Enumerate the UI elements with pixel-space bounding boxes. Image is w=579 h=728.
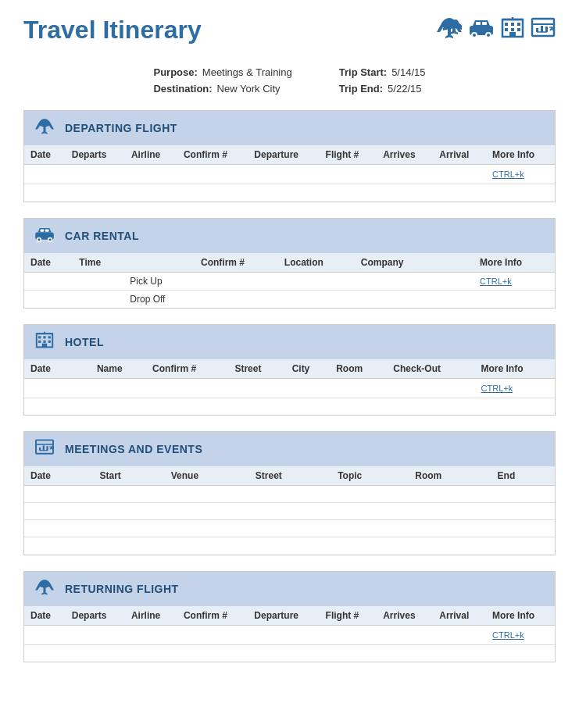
meetings-row-3 bbox=[24, 520, 555, 537]
col-arrival: Arrival bbox=[433, 145, 486, 165]
svg-rect-34 bbox=[48, 336, 51, 338]
purpose-label: Purpose: bbox=[153, 66, 197, 78]
meetings-row-1 bbox=[24, 486, 555, 503]
returning-flight-ctrl-link[interactable]: CTRL+k bbox=[492, 630, 524, 640]
col-departure: Departure bbox=[248, 606, 319, 626]
car-rental-header: CAR RENTAL bbox=[24, 219, 555, 253]
departing-flight-ctrl-link[interactable]: CTRL+k bbox=[492, 170, 524, 179]
col-confirm: Confirm # bbox=[146, 359, 228, 379]
col-arrival: Arrival bbox=[433, 606, 486, 626]
car-rental-ctrl-link[interactable]: CTRL+k bbox=[480, 277, 512, 286]
svg-rect-8 bbox=[505, 23, 508, 26]
svg-point-4 bbox=[487, 34, 490, 37]
svg-rect-35 bbox=[38, 340, 41, 342]
dropoff-label: Drop Off bbox=[123, 290, 195, 308]
svg-point-2 bbox=[473, 34, 476, 37]
svg-rect-45 bbox=[46, 446, 48, 451]
returning-flight-columns: Date Departs Airline Confirm # Departure… bbox=[24, 606, 555, 626]
destination-value: New York City bbox=[217, 83, 281, 95]
hotel-icon bbox=[501, 16, 524, 44]
col-empty3 bbox=[455, 253, 474, 273]
meetings-title: MEETINGS AND EVENTS bbox=[65, 443, 202, 455]
col-room: Room bbox=[330, 359, 387, 379]
car-rental-icon bbox=[34, 225, 55, 247]
col-arrives: Arrives bbox=[377, 606, 433, 626]
col-street: Street bbox=[228, 359, 285, 379]
hotel-columns: Date Name Confirm # Street City Room Che… bbox=[24, 359, 555, 379]
car-rental-pickup-row: Pick Up CTRL+k bbox=[24, 272, 555, 290]
hotel-row-1: CTRL+k bbox=[24, 378, 555, 398]
car-rental-title: CAR RENTAL bbox=[65, 230, 139, 242]
purpose-row: Purpose: Meetings & Training bbox=[153, 66, 291, 78]
returning-flight-header: RETURNING FLIGHT bbox=[24, 572, 555, 606]
departing-flight-header: DEPARTING FLIGHT bbox=[24, 111, 555, 145]
col-empty bbox=[123, 253, 195, 273]
col-time: Time bbox=[73, 253, 123, 273]
col-date: Date bbox=[24, 145, 66, 165]
col-confirm: Confirm # bbox=[177, 606, 248, 626]
svg-point-28 bbox=[49, 238, 52, 241]
col-start: Start bbox=[93, 466, 164, 486]
destination-label: Destination: bbox=[153, 83, 212, 95]
svg-rect-37 bbox=[48, 340, 51, 342]
col-flight: Flight # bbox=[320, 145, 377, 165]
col-name: Name bbox=[91, 359, 146, 379]
hotel-ctrl-link[interactable]: CTRL+k bbox=[481, 384, 513, 393]
meetings-header: MEETINGS AND EVENTS bbox=[24, 432, 555, 466]
hotel-section-icon bbox=[34, 331, 55, 353]
hotel-section-header: HOTEL bbox=[24, 325, 555, 359]
car-rental-section: CAR RENTAL Date Time Confirm # Location … bbox=[23, 218, 556, 309]
col-departs: Departs bbox=[66, 606, 125, 626]
col-topic: Topic bbox=[331, 466, 409, 486]
car-rental-columns: Date Time Confirm # Location Company Mor… bbox=[24, 253, 555, 273]
col-more-info: More Info bbox=[486, 145, 555, 165]
col-empty bbox=[72, 359, 90, 379]
svg-rect-33 bbox=[43, 336, 45, 338]
col-venue: Venue bbox=[165, 466, 249, 486]
header-icons bbox=[437, 16, 556, 44]
hotel-section: HOTEL Date Name Confirm # Street City Ro… bbox=[23, 324, 556, 416]
hotel-row-2 bbox=[24, 398, 555, 415]
pickup-label: Pick Up bbox=[123, 272, 195, 290]
svg-rect-36 bbox=[43, 340, 45, 342]
svg-rect-44 bbox=[43, 445, 45, 450]
svg-rect-21 bbox=[545, 27, 548, 32]
col-flight: Flight # bbox=[320, 606, 377, 626]
page-header: Travel Itinerary bbox=[23, 16, 556, 52]
trip-start-value: 5/14/15 bbox=[391, 66, 425, 78]
departing-flight-columns: Date Departs Airline Confirm # Departure… bbox=[24, 145, 555, 165]
meetings-section-icon bbox=[34, 438, 55, 460]
returning-flight-section: RETURNING FLIGHT Date Departs Airline Co… bbox=[23, 571, 556, 663]
col-confirm: Confirm # bbox=[195, 253, 278, 273]
svg-point-26 bbox=[38, 238, 40, 241]
col-street: Street bbox=[249, 466, 331, 486]
meetings-row-4 bbox=[24, 537, 555, 555]
trip-info-left: Purpose: Meetings & Training Destination… bbox=[153, 66, 291, 95]
col-date: Date bbox=[24, 466, 93, 486]
departing-flight-section: DEPARTING FLIGHT Date Departs Airline Co… bbox=[23, 110, 556, 202]
svg-rect-10 bbox=[517, 23, 520, 26]
returning-flight-title: RETURNING FLIGHT bbox=[65, 583, 179, 595]
hotel-title: HOTEL bbox=[65, 336, 104, 348]
meetings-columns: Date Start Venue Street Topic Room End bbox=[24, 466, 555, 486]
departing-flight-table: Date Departs Airline Confirm # Departure… bbox=[24, 145, 555, 202]
col-date: Date bbox=[24, 606, 66, 626]
trip-end-value: 5/22/15 bbox=[388, 83, 421, 95]
col-checkout: Check-Out bbox=[387, 359, 474, 379]
car-icon bbox=[468, 16, 495, 44]
trip-end-row: Trip End: 5/22/15 bbox=[339, 83, 426, 95]
col-departure: Departure bbox=[248, 145, 319, 165]
departing-flight-row-2 bbox=[24, 184, 555, 202]
col-empty2 bbox=[437, 253, 456, 273]
destination-row: Destination: New York City bbox=[153, 83, 291, 95]
svg-rect-5 bbox=[476, 22, 481, 25]
col-departs: Departs bbox=[66, 145, 125, 165]
returning-flight-table: Date Departs Airline Confirm # Departure… bbox=[24, 606, 555, 662]
airplane-icon bbox=[437, 16, 462, 44]
col-more-info: More Info bbox=[486, 606, 555, 626]
returning-airplane-icon bbox=[34, 578, 55, 600]
col-confirm: Confirm # bbox=[177, 145, 248, 165]
trip-start-label: Trip Start: bbox=[339, 66, 387, 78]
col-arrives: Arrives bbox=[377, 145, 433, 165]
col-airline: Airline bbox=[125, 145, 177, 165]
